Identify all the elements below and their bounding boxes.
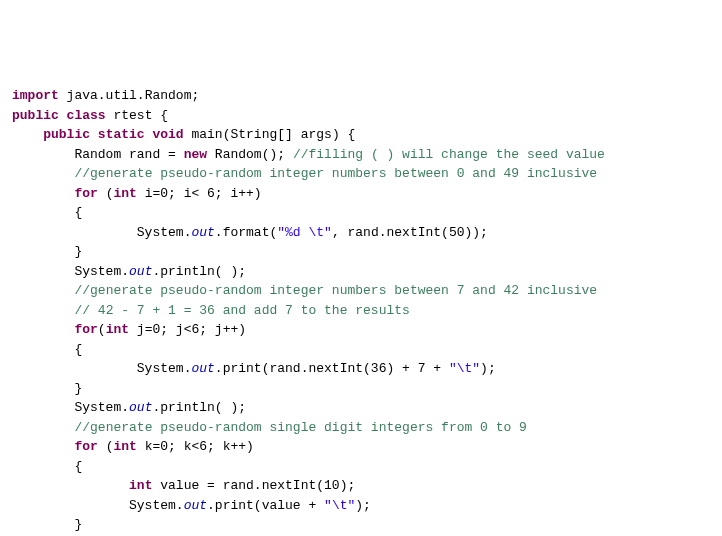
code-token: import [12,88,59,103]
code-token: new [184,147,207,162]
code-line: Random rand = new Random(); //filling ( … [12,145,710,165]
code-token: k=0; k<6; k++) [137,439,254,454]
code-line: System.out.print(rand.nextInt(36) + 7 + … [12,359,710,379]
code-line: System.out.print(value + "\t"); [12,496,710,516]
code-token: // 42 - 7 + 1 = 36 and add 7 to the resu… [74,303,409,318]
code-token: System. [12,264,129,279]
code-token: ); [480,361,496,376]
code-line: } [12,242,710,262]
code-token: main(String[] args) { [184,127,356,142]
code-line: //generate pseudo-random integer numbers… [12,281,710,301]
code-line: System.out.println( ); [12,262,710,282]
code-token: value = rand.nextInt(10); [152,478,355,493]
code-token [12,478,129,493]
code-token: for [74,439,97,454]
code-token: Random rand = [12,147,184,162]
code-token: .format( [215,225,277,240]
code-token: { [12,459,82,474]
code-line: for (int i=0; i< 6; i++) [12,184,710,204]
code-token [12,439,74,454]
code-line: //generate pseudo-random integer numbers… [12,164,710,184]
code-token [12,322,74,337]
code-token: ( [98,186,114,201]
code-token: public class [12,108,106,123]
code-token: out [129,400,152,415]
code-token: java.util.Random; [59,88,199,103]
code-line: System.out.format("%d \t", rand.nextInt(… [12,223,710,243]
code-token: out [191,225,214,240]
code-line: //generate pseudo-random single digit in… [12,418,710,438]
code-token: ); [355,498,371,513]
code-token: for [74,322,97,337]
code-token: { [12,205,82,220]
code-token: "\t" [449,361,480,376]
code-line: } [12,515,710,535]
code-token: "\t" [324,498,355,513]
code-token: "%d \t" [277,225,332,240]
code-token: ( [98,322,106,337]
code-token: .println( ); [152,400,246,415]
code-token: System. [12,361,191,376]
code-token: } [12,244,82,259]
code-line: { [12,457,710,477]
code-token: rtest { [106,108,168,123]
code-token: out [129,264,152,279]
code-token: //generate pseudo-random single digit in… [74,420,526,435]
code-token: //generate pseudo-random integer numbers… [74,166,597,181]
code-line: public class rtest { [12,106,710,126]
code-token [12,166,74,181]
code-token [12,283,74,298]
code-line: { [12,203,710,223]
code-token: } [12,381,82,396]
code-token: int [106,322,129,337]
code-token: //generate pseudo-random integer numbers… [74,283,597,298]
code-line: for (int k=0; k<6; k++) [12,437,710,457]
code-token: .println( ); [152,264,246,279]
code-token: out [184,498,207,513]
code-token: int [129,478,152,493]
code-line: { [12,340,710,360]
code-token [12,186,74,201]
code-line: for(int j=0; j<6; j++) [12,320,710,340]
code-line: import java.util.Random; [12,86,710,106]
code-token: { [12,342,82,357]
code-line: public static void main(String[] args) { [12,125,710,145]
code-line: } [12,379,710,399]
code-token: //filling ( ) will change the seed value [293,147,605,162]
code-token: for [74,186,97,201]
code-block: import java.util.Random;public class rte… [12,86,710,536]
code-token: System. [12,225,191,240]
code-line: System.out.println( ); [12,398,710,418]
code-token: out [191,361,214,376]
code-line: // 42 - 7 + 1 = 36 and add 7 to the resu… [12,301,710,321]
code-token [12,303,74,318]
code-token: ( [98,439,114,454]
code-token: i=0; i< 6; i++) [137,186,262,201]
code-token: j=0; j<6; j++) [129,322,246,337]
code-token: , rand.nextInt(50)); [332,225,488,240]
code-token: .print(value + [207,498,324,513]
code-token: int [113,439,136,454]
code-line: int value = rand.nextInt(10); [12,476,710,496]
code-token [12,420,74,435]
code-token: } [12,517,82,532]
code-token: System. [12,498,184,513]
code-token [12,127,43,142]
code-token: System. [12,400,129,415]
code-token: Random(); [207,147,293,162]
code-token: public static void [43,127,183,142]
code-token: int [113,186,136,201]
code-token: .print(rand.nextInt(36) + 7 + [215,361,449,376]
